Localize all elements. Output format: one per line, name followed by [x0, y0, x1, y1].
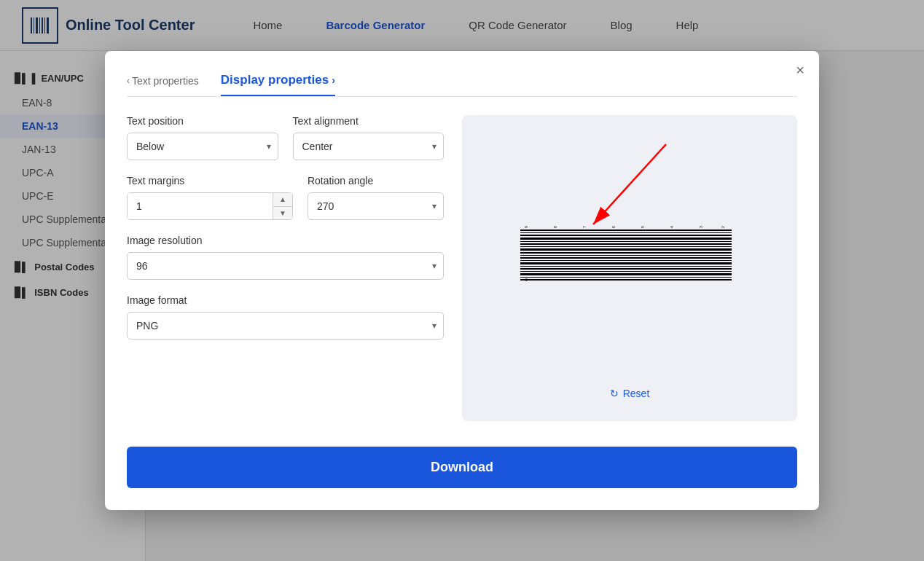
- text-position-label: Text position: [127, 115, 278, 127]
- svg-rect-23: [520, 241, 732, 242]
- svg-text:6: 6: [611, 226, 616, 228]
- svg-rect-13: [520, 268, 732, 270]
- svg-rect-20: [520, 248, 732, 251]
- svg-rect-22: [520, 243, 732, 245]
- image-resolution-wrapper: 72 96 150 300 ▾: [127, 252, 444, 280]
- reset-icon: ↻: [610, 388, 619, 399]
- svg-rect-27: [520, 230, 732, 231]
- svg-rect-21: [520, 246, 732, 247]
- rotation-angle-label: Rotation angle: [308, 175, 444, 187]
- image-resolution-label: Image resolution: [127, 235, 444, 246]
- background-page: Online Tool Center Home Barcode Generato…: [0, 0, 924, 561]
- svg-rect-18: [520, 255, 732, 256]
- form-group-rotation-angle: Rotation angle 0 90 180 270 ▾: [308, 175, 444, 220]
- svg-rect-26: [520, 232, 732, 233]
- chevron-right-icon: ›: [332, 74, 335, 86]
- download-button[interactable]: Download: [127, 447, 797, 488]
- form-group-text-alignment: Text alignment Center Left Right ▾: [293, 115, 445, 160]
- svg-rect-14: [520, 266, 732, 267]
- spin-buttons: ▲ ▼: [273, 193, 292, 219]
- tab-text-properties[interactable]: ‹ Text properties: [127, 75, 199, 94]
- spin-down-button[interactable]: ▼: [273, 207, 292, 220]
- svg-rect-15: [520, 262, 732, 264]
- preview-area: 9 9 8 7 6 5 4 3 2 ↻ Reset: [462, 115, 797, 421]
- text-alignment-wrapper: Center Left Right ▾: [293, 133, 445, 160]
- svg-text:5: 5: [641, 226, 645, 228]
- image-resolution-select[interactable]: 72 96 150 300: [127, 252, 444, 280]
- reset-button[interactable]: ↻ Reset: [610, 380, 650, 407]
- svg-rect-25: [520, 235, 732, 236]
- svg-text:3: 3: [699, 226, 703, 228]
- modal: × ‹ Text properties Display properties ›…: [105, 51, 819, 510]
- spin-up-button[interactable]: ▲: [273, 193, 292, 207]
- svg-text:8: 8: [553, 226, 557, 228]
- text-margins-label: Text margins: [127, 175, 293, 187]
- image-format-label: Image format: [127, 294, 444, 306]
- svg-rect-9: [520, 279, 732, 280]
- barcode-preview: 9 9 8 7 6 5 4 3 2: [520, 226, 739, 284]
- text-position-select[interactable]: Below Above None: [127, 133, 278, 160]
- tab-display-properties[interactable]: Display properties ›: [221, 73, 335, 96]
- svg-text:4: 4: [670, 226, 674, 228]
- text-alignment-select[interactable]: Center Left Right: [293, 133, 445, 160]
- text-margins-input[interactable]: [128, 193, 273, 219]
- barcode-container: 9 9 8 7 6 5 4 3 2: [477, 130, 783, 380]
- form-group-image-format: Image format PNG JPG SVG PDF ▾: [127, 294, 444, 340]
- form-row-1: Text position Below Above None ▾ Text al…: [127, 115, 444, 160]
- svg-rect-16: [520, 260, 732, 261]
- form-area: Text position Below Above None ▾ Text al…: [127, 115, 444, 421]
- rotation-angle-select[interactable]: 0 90 180 270: [308, 192, 444, 220]
- svg-text:9: 9: [524, 226, 528, 228]
- svg-rect-11: [520, 273, 732, 275]
- image-format-select[interactable]: PNG JPG SVG PDF: [127, 312, 444, 340]
- form-group-image-resolution: Image resolution 72 96 150 300 ▾: [127, 235, 444, 280]
- text-alignment-label: Text alignment: [293, 115, 445, 127]
- svg-rect-19: [520, 252, 732, 254]
- svg-rect-17: [520, 257, 732, 259]
- svg-rect-10: [520, 277, 732, 278]
- modal-bottom: Download: [127, 432, 797, 488]
- text-margins-spinner: ▲ ▼: [127, 192, 293, 220]
- svg-rect-24: [520, 238, 732, 240]
- svg-text:7: 7: [582, 226, 587, 228]
- form-row-2: Text margins ▲ ▼ Rotation angle: [127, 175, 444, 220]
- text-position-wrapper: Below Above None ▾: [127, 133, 278, 160]
- svg-rect-12: [520, 271, 732, 272]
- chevron-left-icon: ‹: [127, 76, 130, 86]
- rotation-angle-wrapper: 0 90 180 270 ▾: [308, 192, 444, 220]
- modal-close-button[interactable]: ×: [796, 62, 804, 79]
- form-group-text-position: Text position Below Above None ▾: [127, 115, 278, 160]
- modal-content: Text position Below Above None ▾ Text al…: [127, 115, 797, 421]
- form-group-text-margins: Text margins ▲ ▼: [127, 175, 293, 220]
- svg-text:2: 2: [721, 226, 725, 228]
- image-format-wrapper: PNG JPG SVG PDF ▾: [127, 312, 444, 340]
- modal-tabs: ‹ Text properties Display properties ›: [127, 73, 797, 97]
